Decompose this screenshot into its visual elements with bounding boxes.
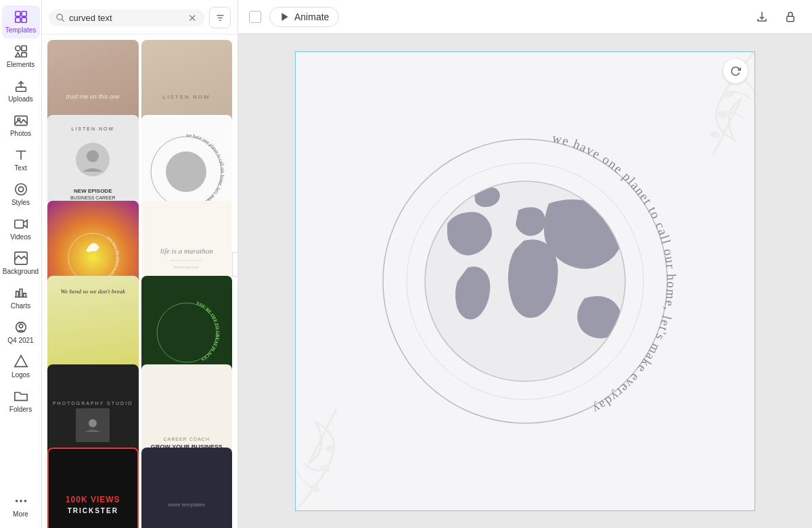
page-checkbox[interactable] [249, 11, 261, 23]
svg-rect-5 [21, 46, 26, 51]
toolbar-right [751, 6, 801, 28]
logos-icon [14, 354, 28, 369]
svg-rect-16 [14, 220, 23, 229]
sidebar-label-charts: Charts [11, 302, 30, 310]
animate-icon [279, 11, 290, 22]
animate-button[interactable]: Animate [269, 7, 339, 27]
text-icon [14, 147, 28, 162]
elements-icon [14, 44, 28, 59]
sidebar-label-more: More [13, 510, 28, 519]
search-bar: ✕ [42, 0, 238, 34]
collapse-panel-button[interactable]: ‹ [232, 252, 238, 277]
svg-point-22 [20, 500, 22, 502]
svg-point-42 [716, 110, 727, 118]
svg-point-4 [15, 46, 20, 51]
clear-search-button[interactable]: ✕ [187, 13, 198, 23]
svg-point-21 [15, 500, 18, 502]
svg-point-23 [24, 500, 26, 502]
svg-rect-0 [15, 11, 20, 16]
download-button[interactable] [751, 6, 773, 28]
template-card-extra[interactable]: more templates [141, 448, 233, 528]
sidebar-item-elements[interactable]: Elements [2, 40, 40, 73]
sidebar-item-templates[interactable]: Templates [2, 5, 40, 39]
svg-point-43 [709, 129, 721, 139]
search-input-wrapper: ✕ [49, 9, 205, 26]
filter-icon [215, 13, 225, 23]
refresh-icon [730, 66, 741, 76]
search-panel: ✕ trust me on this one LISTEN NOW LISTEN… [42, 0, 238, 528]
svg-point-24 [57, 14, 62, 20]
svg-rect-2 [15, 18, 20, 22]
sidebar-label-videos: Videos [10, 233, 30, 241]
svg-rect-10 [14, 116, 26, 126]
sidebar-label-elements: Elements [7, 61, 35, 69]
template-card-trickster[interactable]: 100K VIEWS TRICKSTER [47, 448, 139, 528]
svg-rect-39 [787, 16, 794, 22]
sidebar-label-folders: Folders [9, 406, 32, 414]
search-icon [55, 13, 65, 22]
video-icon [14, 216, 28, 231]
toolbar: Animate [238, 0, 812, 34]
sidebar-label-text: Text [14, 164, 26, 172]
download-icon [756, 11, 768, 23]
sidebar-item-logos[interactable]: Logos [2, 350, 40, 383]
lock-button[interactable] [780, 6, 801, 28]
globe-with-text: we have one planet to call our home, let… [369, 126, 681, 437]
svg-point-14 [15, 184, 26, 195]
sidebar-item-background[interactable]: Background [2, 247, 40, 280]
styles-icon [14, 182, 28, 197]
sidebar-label-logos: Logos [12, 371, 30, 379]
sidebar-item-charts[interactable]: Charts [2, 281, 40, 314]
sidebar-label-photos: Photos [10, 130, 31, 138]
search-input[interactable] [69, 13, 183, 23]
svg-rect-7 [21, 53, 26, 57]
main-area: Animate [238, 0, 812, 528]
canvas-container: we have one planet to call our home, let… [238, 34, 812, 528]
grid-icon [14, 9, 28, 24]
sidebar-item-more[interactable]: More [2, 489, 40, 523]
animate-label: Animate [294, 11, 329, 22]
sidebar-item-photos[interactable]: Photos [2, 109, 40, 142]
svg-rect-3 [21, 18, 26, 22]
refresh-button[interactable] [723, 59, 748, 83]
upload-icon [14, 78, 28, 93]
canvas[interactable]: we have one planet to call our home, let… [295, 51, 755, 511]
photo-icon [14, 113, 28, 128]
sidebar-item-q42021[interactable]: Q4 2021 [2, 316, 40, 349]
svg-point-20 [19, 324, 23, 328]
sidebar-item-text[interactable]: Text [2, 143, 40, 176]
results-grid: trust me on this one LISTEN NOW LISTEN N… [42, 34, 238, 528]
lock-icon [784, 11, 796, 23]
folders-icon [14, 389, 28, 404]
left-sidebar: Templates Elements Uploads Photos [0, 0, 42, 528]
svg-point-15 [18, 187, 23, 191]
svg-rect-1 [21, 11, 26, 16]
sidebar-label-templates: Templates [5, 26, 37, 34]
sidebar-item-uploads[interactable]: Uploads [2, 74, 40, 107]
sidebar-label-background: Background [3, 268, 39, 276]
earth-small-svg: we have one planet to call our home, let… [148, 133, 225, 211]
globe-svg: we have one planet to call our home, let… [369, 126, 681, 437]
sidebar-label-q42021: Q4 2021 [7, 337, 33, 345]
svg-rect-8 [16, 87, 26, 91]
svg-point-29 [87, 150, 99, 162]
background-icon [14, 251, 28, 266]
more-icon [14, 494, 28, 508]
sidebar-label-styles: Styles [12, 199, 30, 207]
q4-icon [14, 320, 28, 335]
svg-marker-6 [15, 53, 20, 57]
filter-button[interactable] [209, 7, 231, 28]
charts-icon [14, 285, 28, 300]
svg-point-37 [89, 419, 97, 427]
sidebar-label-uploads: Uploads [8, 95, 33, 103]
svg-line-25 [62, 19, 64, 22]
sidebar-item-styles[interactable]: Styles [2, 178, 40, 211]
sidebar-item-folders[interactable]: Folders [2, 385, 40, 418]
sidebar-item-videos[interactable]: Videos [2, 212, 40, 245]
svg-point-31 [166, 151, 206, 192]
